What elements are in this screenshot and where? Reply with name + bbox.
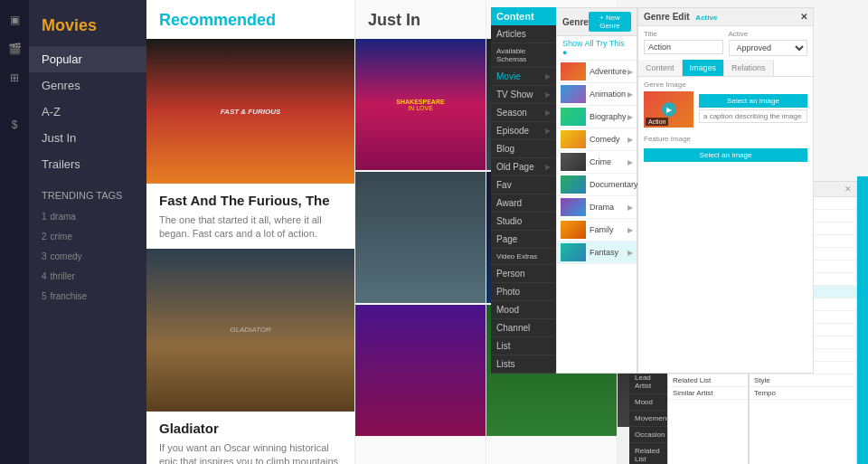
genre-documentary[interactable]: Documentary ▶: [557, 174, 637, 196]
edit-tabs: Content Images Relations: [638, 60, 813, 77]
fantasy-chevron: ▶: [627, 249, 633, 257]
content-list[interactable]: List: [491, 337, 556, 355]
gladiator-title: Gladiator: [159, 421, 342, 436]
tab-content[interactable]: Content: [638, 60, 683, 76]
genre-comedy[interactable]: Comedy ▶: [557, 128, 637, 151]
trending-title: Trending Tags: [29, 177, 146, 206]
genre-edit-title: Genre Edit Active: [644, 12, 717, 22]
loc-style[interactable]: Style: [750, 374, 856, 387]
fast-furious-card[interactable]: FAST & FURIOUS Fast And The Furious, The…: [146, 39, 354, 249]
fantasy-thumb: [561, 243, 586, 261]
adventure-chevron: ▶: [627, 68, 633, 76]
genre-edit-close[interactable]: ✕: [800, 12, 807, 22]
gladiator-card[interactable]: GLADIATOR Gladiator If you want an Oscar…: [146, 249, 354, 464]
genre-drama[interactable]: Drama ▶: [557, 196, 637, 219]
list-related[interactable]: Related List: [668, 374, 748, 387]
movies-title: Movies: [29, 9, 146, 46]
content-articles[interactable]: Articles: [491, 25, 556, 43]
content-tvshow[interactable]: TV Show ▶: [491, 86, 556, 104]
title-field: Title: [644, 30, 723, 56]
fast-furious-title: Fast And The Furious, The: [159, 193, 342, 208]
content-season[interactable]: Season ▶: [491, 104, 556, 122]
content-oldpage[interactable]: Old Page ▶: [491, 158, 556, 176]
nav-genres[interactable]: Genres: [29, 72, 146, 99]
fast-furious-info: Fast And The Furious, The The one that s…: [146, 184, 354, 249]
genre-panel-header: Genre + New Genre: [557, 8, 637, 36]
genre-header-label: Genre: [562, 17, 589, 27]
just-in-header: Just In: [355, 0, 486, 39]
col-recommended: Recommended FAST & FURIOUS Fast And The …: [146, 0, 354, 464]
mami-poster[interactable]: [355, 172, 486, 303]
genre-edit-panel: Genre Edit Active ✕ Title Active Approve…: [637, 7, 814, 374]
nav-az[interactable]: A-Z: [29, 99, 146, 125]
atonement-poster[interactable]: [355, 305, 486, 436]
film-icon[interactable]: 🎬: [4, 38, 25, 60]
content-avail-schemas[interactable]: Available Schemas: [491, 43, 556, 68]
content-studio[interactable]: Studio: [491, 213, 556, 231]
content-mood[interactable]: Mood: [491, 301, 556, 319]
nav-justin[interactable]: Just In: [29, 125, 146, 151]
genre-filter[interactable]: Show All Try This ●: [557, 36, 637, 61]
list-similar[interactable]: Similar Artist: [668, 387, 748, 400]
trend-drama: 1drama: [29, 206, 146, 226]
select-genre-image-btn[interactable]: Select an Image: [699, 94, 807, 108]
genre-family[interactable]: Family ▶: [557, 219, 637, 241]
loc-tempo[interactable]: Tempo: [750, 387, 856, 400]
content-episode[interactable]: Episode ▶: [491, 122, 556, 140]
trend-franchise: 5franchise: [29, 286, 146, 306]
content-lists[interactable]: Lists: [491, 355, 556, 374]
status-field: Active Approved: [729, 30, 808, 56]
cp2-occasion[interactable]: Occasion: [629, 427, 667, 443]
crime-chevron: ▶: [627, 158, 633, 166]
gladiator-info: Gladiator If you want an Oscar winning h…: [146, 412, 354, 464]
crime-thumb: [561, 153, 586, 171]
new-genre-button[interactable]: + New Genre: [589, 12, 631, 32]
content-page[interactable]: Page: [491, 231, 556, 249]
genre-fantasy[interactable]: Fantasy ▶: [557, 241, 637, 264]
content-label: Content: [496, 11, 534, 22]
content-fav[interactable]: Fav: [491, 176, 556, 194]
genre-image-inputs: Select an Image: [699, 91, 807, 123]
content-blog[interactable]: Blog: [491, 140, 556, 158]
tab-images[interactable]: Images: [683, 60, 725, 76]
fast-furious-desc: The one that started it all, where it al…: [159, 213, 342, 241]
cp2-mood[interactable]: Mood: [629, 394, 667, 411]
genre-edit-header: Genre Edit Active ✕: [638, 8, 813, 26]
animation-thumb: [561, 85, 586, 103]
loc-edit-close[interactable]: ✕: [844, 185, 852, 194]
cp2-movement[interactable]: Movement: [629, 411, 667, 427]
dollar-icon[interactable]: $: [4, 114, 25, 136]
adventure-thumb: [561, 62, 586, 80]
content-movie[interactable]: Movie ▶: [491, 68, 556, 86]
content-award[interactable]: Award: [491, 194, 556, 213]
cp2-lead[interactable]: Lead Artist: [629, 370, 667, 394]
family-thumb: [561, 221, 586, 239]
biography-thumb: [561, 108, 586, 126]
content-person[interactable]: Person: [491, 265, 556, 283]
trend-thriller: 4thriller: [29, 266, 146, 286]
title-input[interactable]: [644, 40, 723, 54]
animation-chevron: ▶: [627, 90, 633, 99]
genre-biography[interactable]: Biography ▶: [557, 106, 637, 128]
cp2-related[interactable]: Related List: [629, 443, 667, 464]
comedy-thumb: [561, 130, 586, 148]
content-channel[interactable]: Channel: [491, 319, 556, 337]
genre-image-preview: ▶ Action: [644, 91, 693, 128]
image-desc-input[interactable]: [699, 109, 807, 123]
tab-relations[interactable]: Relations: [724, 60, 774, 76]
gladiator-desc: If you want an Oscar winning historical …: [159, 441, 342, 464]
monitor-icon[interactable]: ▣: [4, 9, 25, 31]
content-video-extras[interactable]: Video Extras: [491, 249, 556, 265]
content-panel: Content Articles Available Schemas Movie…: [491, 7, 556, 374]
nav-popular[interactable]: Popular: [29, 46, 146, 72]
shakespeare-poster[interactable]: SHAKESPEARE IN LOVE: [355, 39, 486, 170]
drama-thumb: [561, 198, 586, 216]
content-photo[interactable]: Photo: [491, 283, 556, 301]
grid-icon[interactable]: ⊞: [4, 67, 25, 89]
genre-crime[interactable]: Crime ▶: [557, 151, 637, 174]
select-feature-image-btn[interactable]: Select an Image: [644, 148, 807, 162]
genre-animation[interactable]: Animation ▶: [557, 83, 637, 106]
status-select[interactable]: Approved: [729, 40, 808, 56]
nav-trailers[interactable]: Trailers: [29, 151, 146, 177]
genre-adventure[interactable]: Adventure ▶: [557, 61, 637, 83]
